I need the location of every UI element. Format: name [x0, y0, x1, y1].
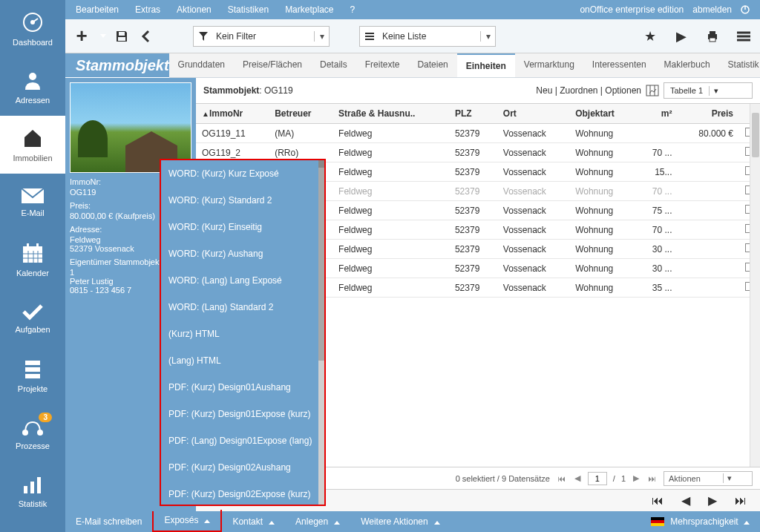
tab-dateien[interactable]: Dateien — [408, 53, 456, 77]
col-preis[interactable]: Preis — [678, 104, 740, 124]
pager-next-icon[interactable]: ▶ — [632, 473, 641, 483]
svg-rect-12 — [27, 243, 29, 248]
chevron-down-icon[interactable]: ▾ — [723, 473, 736, 483]
expose-menu-item[interactable]: PDF: (Kurz) Design02Aushang — [161, 454, 324, 481]
expose-menu-item[interactable]: WORD: (Lang) Lang Exposé — [161, 267, 324, 294]
popup-scrollbar[interactable] — [318, 160, 324, 505]
col-betreuer[interactable]: Betreuer — [269, 104, 332, 124]
check-icon — [22, 303, 44, 321]
menu-statistiken[interactable]: Statistiken — [228, 4, 269, 15]
subhead-links[interactable]: Neu | Zuordnen | Optionen — [536, 85, 641, 96]
back-button[interactable] — [138, 27, 156, 45]
save-button[interactable] — [113, 27, 131, 45]
expose-menu-item[interactable]: (Kurz) HTML — [161, 321, 324, 347]
table-row[interactable]: OG119_11(MA)Feldweg52379VossenackWohnung… — [196, 124, 760, 143]
nav-prozesse[interactable]: 3 Prozesse — [0, 405, 65, 463]
table-cell — [636, 124, 678, 143]
chevron-down-icon[interactable]: ▾ — [314, 31, 329, 42]
col-ort[interactable]: Ort — [497, 104, 569, 124]
anlegen-menu-button[interactable]: Anlegen — [285, 511, 350, 532]
play-icon[interactable]: ▶ — [672, 27, 690, 45]
tab-maklerbuch[interactable]: Maklerbuch — [655, 53, 719, 77]
pager-actions-combo[interactable]: Aktionen ▾ — [664, 471, 753, 486]
expose-menu-item[interactable]: PDF: (Kurz) Design01Expose (kurz) — [161, 401, 324, 427]
add-button[interactable]: + — [73, 27, 91, 45]
list-combo[interactable]: Keine Liste ▾ — [359, 26, 496, 47]
tab-preise[interactable]: Preise/Flächen — [234, 53, 311, 77]
table-cell: 30 ... — [636, 240, 678, 259]
weitere-menu-button[interactable]: Weitere Aktionen — [350, 511, 451, 532]
tab-statistik[interactable]: Statistik — [719, 53, 760, 77]
table-cell: Feldweg — [332, 182, 449, 201]
col-objektart[interactable]: Objektart — [569, 104, 636, 124]
svg-point-3 — [29, 73, 36, 80]
expose-menu-item[interactable]: PDF: (Kurz) Design01Aushang — [161, 374, 324, 401]
expose-menu-item[interactable]: WORD: (Kurz) Aushang — [161, 240, 324, 267]
email-write-button[interactable]: E-Mail schreiben — [65, 511, 152, 532]
nav-projekte[interactable]: Projekte — [0, 347, 65, 405]
record-first-icon[interactable]: ⏮ — [652, 494, 664, 508]
col-immonr[interactable]: ▲ImmoNr — [196, 104, 269, 124]
power-icon[interactable] — [741, 5, 750, 14]
table-cell: 52379 — [449, 124, 497, 143]
tab-grunddaten[interactable]: Grunddaten — [169, 53, 234, 77]
print-icon[interactable] — [704, 27, 721, 45]
chevron-down-icon[interactable]: ▾ — [709, 86, 722, 96]
expose-menu-item[interactable]: PDF: (Lang) Design01Expose (lang) — [161, 427, 324, 454]
col-m2[interactable]: m² — [636, 104, 678, 124]
menu-bearbeiten[interactable]: Bearbeiten — [76, 4, 119, 15]
menu-aktionen[interactable]: Aktionen — [177, 4, 212, 15]
chevron-down-icon[interactable]: ▾ — [480, 31, 495, 42]
star-icon[interactable]: ★ — [641, 27, 659, 45]
col-strasse[interactable]: Straße & Hausnu.. — [332, 104, 449, 124]
tab-details[interactable]: Details — [311, 53, 356, 77]
pager-prev-icon[interactable]: ◀ — [573, 473, 582, 483]
nav-adressen[interactable]: Adressen — [0, 58, 65, 116]
nav-dashboard[interactable]: Dashboard — [0, 0, 65, 58]
list-icon — [360, 31, 379, 42]
svg-rect-31 — [710, 38, 715, 42]
nav-statistik[interactable]: Statistik — [0, 463, 65, 521]
tab-interessenten[interactable]: Interessenten — [583, 53, 655, 77]
svg-rect-35 — [646, 85, 658, 96]
menu-marketplace[interactable]: Marketplace — [285, 4, 333, 15]
expose-menu-item[interactable]: WORD: (Kurz) Kurz Exposé — [161, 160, 324, 187]
logout-link[interactable]: abmelden — [692, 4, 732, 15]
menu-icon[interactable] — [735, 27, 753, 45]
nav-kalender[interactable]: Kalender — [0, 231, 65, 289]
tab-vermarktung[interactable]: Vermarktung — [515, 53, 583, 77]
nav-email[interactable]: E-Mail — [0, 174, 65, 231]
expose-menu-item[interactable]: WORD: (Lang) Standard 2 — [161, 294, 324, 321]
pager-actions-value: Aktionen — [664, 474, 723, 483]
tableview-combo[interactable]: Tabelle 1 ▾ — [664, 82, 753, 99]
table-cell — [678, 240, 740, 259]
expose-menu-item[interactable]: (Lang) HTML — [161, 347, 324, 374]
multilang-button[interactable]: Mehrsprachigkeit — [670, 516, 750, 527]
columns-icon[interactable] — [646, 85, 659, 96]
menu-extras[interactable]: Extras — [135, 4, 160, 15]
table-cell: Wohnung — [569, 182, 636, 201]
pager-first-icon[interactable]: ⏮ — [556, 474, 567, 483]
menu-help[interactable]: ? — [350, 4, 356, 15]
tab-freitexte[interactable]: Freitexte — [356, 53, 409, 77]
vertical-scrollbar[interactable] — [750, 104, 760, 467]
nav-immobilien[interactable]: Immobilien — [0, 116, 65, 174]
kontakt-menu-button[interactable]: Kontakt — [222, 511, 285, 532]
filter-combo[interactable]: Kein Filter ▾ — [193, 26, 330, 47]
tab-einheiten[interactable]: Einheiten — [457, 53, 515, 77]
pager-last-icon[interactable]: ⏭ — [646, 474, 658, 483]
record-prev-icon[interactable]: ◀ — [681, 493, 690, 508]
table-cell: 52379 — [449, 201, 497, 220]
add-dropdown[interactable] — [98, 27, 105, 45]
expose-menu-button[interactable]: Exposés — [152, 510, 222, 532]
expose-menu-item[interactable]: WORD: (Kurz) Einseitig — [161, 214, 324, 240]
record-next-icon[interactable]: ▶ — [708, 493, 717, 508]
expose-popup: WORD: (Kurz) Kurz ExposéWORD: (Kurz) Sta… — [160, 159, 326, 506]
expose-menu-item[interactable]: PDF: (Kurz) Design02Expose (kurz) — [161, 481, 324, 506]
record-last-icon[interactable]: ⏭ — [735, 494, 747, 508]
table-cell: 70 ... — [636, 143, 678, 162]
pager-page-input[interactable] — [588, 472, 607, 485]
col-plz[interactable]: PLZ — [449, 104, 497, 124]
nav-aufgaben[interactable]: Aufgaben — [0, 289, 65, 347]
expose-menu-item[interactable]: WORD: (Kurz) Standard 2 — [161, 187, 324, 214]
